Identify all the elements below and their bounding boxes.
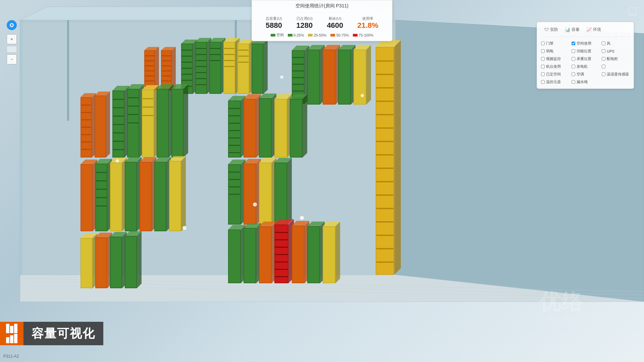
zoom-in-button[interactable]: ＋ xyxy=(7,34,17,44)
stat-rate-value: 21.8% xyxy=(358,21,378,30)
checkbox-2[interactable] xyxy=(602,42,605,45)
checkbox-11[interactable] xyxy=(602,65,605,68)
checkbox-16[interactable] xyxy=(572,80,575,84)
svg-rect-155 xyxy=(113,116,124,117)
checkbox-15[interactable] xyxy=(541,80,545,84)
svg-rect-250 xyxy=(229,194,240,195)
svg-rect-230 xyxy=(244,100,256,157)
svg-rect-153 xyxy=(113,99,124,100)
svg-rect-91 xyxy=(292,57,304,58)
svg-marker-263 xyxy=(287,158,292,225)
svg-rect-234 xyxy=(260,99,271,157)
tab-security-label: 安防 xyxy=(550,27,558,33)
svg-rect-305 xyxy=(96,238,107,288)
svg-rect-182 xyxy=(172,89,183,157)
svg-rect-258 xyxy=(260,163,271,224)
svg-rect-132 xyxy=(376,248,393,249)
checkbox-8[interactable] xyxy=(602,57,605,61)
checkbox-item-8[interactable]: 配电柜 xyxy=(602,56,630,62)
checkbox-0[interactable] xyxy=(541,42,545,45)
checkbox-item-2[interactable]: 风 xyxy=(602,40,630,47)
checkbox-item-7[interactable]: 承重位置 xyxy=(572,56,599,62)
checkbox-item-13[interactable]: 空调 xyxy=(572,71,599,77)
checkbox-14[interactable] xyxy=(602,72,605,76)
checkbox-5[interactable] xyxy=(602,49,605,53)
svg-rect-247 xyxy=(229,172,240,173)
checkbox-item-4[interactable]: 功能位置 xyxy=(572,48,599,54)
checkbox-13[interactable] xyxy=(572,72,575,76)
svg-rect-254 xyxy=(244,164,256,224)
checkbox-item-11[interactable] xyxy=(602,63,630,70)
svg-rect-282 xyxy=(275,254,288,255)
svg-rect-164 xyxy=(128,97,139,98)
checkbox-9[interactable] xyxy=(541,65,545,68)
tab-environment-label: 环境 xyxy=(593,27,601,33)
checkbox-label-10: 发电机 xyxy=(577,64,588,69)
checkbox-1[interactable] xyxy=(572,42,575,45)
checkbox-item-5[interactable]: UPS xyxy=(602,48,630,54)
plus-icon: ＋ xyxy=(9,36,14,42)
svg-point-319 xyxy=(116,159,119,163)
svg-rect-129 xyxy=(376,208,393,209)
svg-marker-216 xyxy=(181,156,186,231)
svg-rect-166 xyxy=(128,114,139,115)
checkbox-12[interactable] xyxy=(541,72,545,76)
svg-rect-192 xyxy=(96,180,107,181)
zoom-out-button[interactable]: － xyxy=(7,54,17,64)
room-id-label: P311-A2 xyxy=(3,354,19,359)
svg-rect-38 xyxy=(162,80,171,81)
tab-capacity[interactable]: 📊 容量 xyxy=(561,25,583,34)
server-icon xyxy=(6,324,17,343)
svg-rect-195 xyxy=(96,205,107,206)
checkbox-7[interactable] xyxy=(572,57,575,61)
home-button[interactable] xyxy=(7,20,17,30)
svg-rect-105 xyxy=(323,50,335,104)
svg-rect-159 xyxy=(113,149,124,150)
svg-rect-23 xyxy=(145,60,154,61)
tab-environment[interactable]: 📈 环境 xyxy=(583,25,604,34)
checkbox-4[interactable] xyxy=(572,49,575,53)
checkbox-10[interactable] xyxy=(572,65,575,68)
checkbox-item-1[interactable]: 空间使用 xyxy=(572,40,599,47)
svg-rect-65 xyxy=(210,48,220,49)
svg-rect-178 xyxy=(157,89,168,157)
svg-rect-157 xyxy=(113,132,124,133)
svg-rect-171 xyxy=(143,90,153,157)
svg-rect-73 xyxy=(224,54,234,55)
checkbox-3[interactable] xyxy=(541,49,545,53)
checkbox-item-3[interactable]: 弱电 xyxy=(541,48,569,54)
svg-rect-293 xyxy=(308,227,319,283)
tab-security[interactable]: 🛡 安防 xyxy=(541,25,561,34)
svg-rect-82 xyxy=(238,62,249,63)
checkbox-item-9[interactable]: 机位使用 xyxy=(541,63,569,70)
stat-rate-label: 使用率 xyxy=(358,16,378,21)
checkbox-label-8: 配电柜 xyxy=(607,56,618,61)
svg-rect-313 xyxy=(125,237,136,288)
svg-marker-298 xyxy=(335,222,340,283)
stat-used: 已占用(U) 1280 xyxy=(296,16,313,30)
svg-rect-223 xyxy=(229,130,240,131)
svg-rect-22 xyxy=(145,55,154,56)
checkbox-item-16[interactable]: 漏水绳 xyxy=(572,79,599,85)
panel-tabs: 🛡 安防 📊 容量 📈 环境 xyxy=(541,25,630,37)
svg-rect-174 xyxy=(143,115,153,116)
svg-rect-35 xyxy=(162,65,171,66)
panel-grid: 门禁 空间使用 风 弱电 功能位置 UPS 视频监控 承重位置 xyxy=(541,40,630,85)
svg-rect-109 xyxy=(339,50,350,104)
svg-rect-283 xyxy=(275,261,288,262)
svg-rect-281 xyxy=(275,247,288,248)
stat-used-value: 1280 xyxy=(296,21,313,30)
checkbox-item-0[interactable]: 门禁 xyxy=(541,40,569,47)
svg-rect-47 xyxy=(182,74,192,75)
svg-rect-72 xyxy=(224,48,234,49)
svg-rect-27 xyxy=(145,80,154,81)
checkbox-item-14[interactable]: 温湿度传感器 xyxy=(602,71,630,77)
top-right-icon[interactable] xyxy=(627,6,638,18)
watermark-logo: 优络 xyxy=(539,287,584,316)
checkbox-item-6[interactable]: 视频监控 xyxy=(541,56,569,62)
checkbox-6[interactable] xyxy=(541,57,545,61)
checkbox-item-10[interactable]: 发电机 xyxy=(572,63,599,70)
checkbox-item-15[interactable]: 温控元器 xyxy=(541,79,569,85)
checkbox-item-12[interactable]: 已定空间 xyxy=(541,71,569,77)
svg-rect-301 xyxy=(81,239,92,288)
